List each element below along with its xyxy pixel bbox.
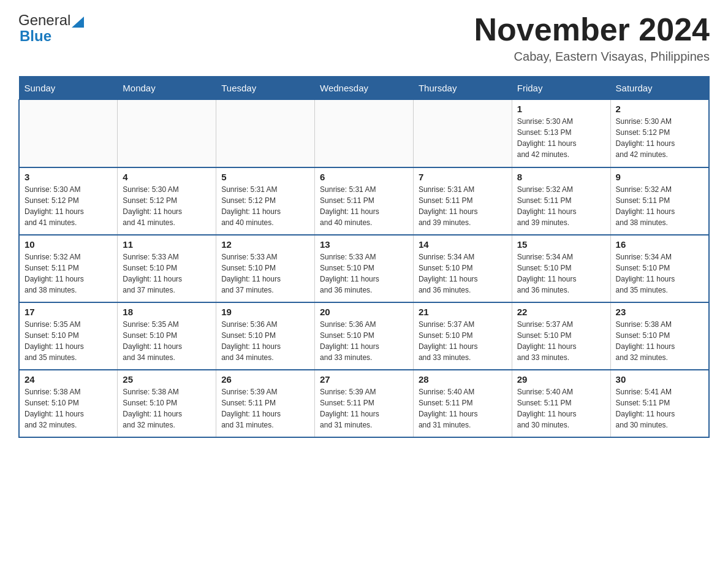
day-number: 20: [320, 307, 408, 317]
day-header-friday: Friday: [512, 77, 610, 100]
svg-marker-0: [72, 17, 84, 28]
table-row: 3Sunrise: 5:30 AM Sunset: 5:12 PM Daylig…: [19, 167, 118, 235]
table-row: 25Sunrise: 5:38 AM Sunset: 5:10 PM Dayli…: [118, 370, 216, 437]
day-number: 14: [419, 239, 507, 250]
day-header-sunday: Sunday: [19, 77, 118, 100]
day-info: Sunrise: 5:34 AM Sunset: 5:10 PM Dayligh…: [419, 251, 507, 296]
day-number: 22: [517, 307, 605, 317]
day-number: 9: [616, 172, 703, 182]
title-area: November 2024 Cabay, Eastern Visayas, Ph…: [474, 12, 710, 64]
day-info: Sunrise: 5:35 AM Sunset: 5:10 PM Dayligh…: [25, 319, 112, 363]
day-number: 24: [25, 374, 112, 385]
table-row: 7Sunrise: 5:31 AM Sunset: 5:11 PM Daylig…: [413, 167, 512, 235]
table-row: 6Sunrise: 5:31 AM Sunset: 5:11 PM Daylig…: [315, 167, 414, 235]
table-row: 29Sunrise: 5:40 AM Sunset: 5:11 PM Dayli…: [512, 370, 610, 437]
day-info: Sunrise: 5:35 AM Sunset: 5:10 PM Dayligh…: [123, 319, 211, 363]
table-row: 20Sunrise: 5:36 AM Sunset: 5:10 PM Dayli…: [315, 302, 414, 370]
day-number: 29: [517, 374, 605, 385]
day-number: 23: [616, 307, 703, 317]
day-info: Sunrise: 5:32 AM Sunset: 5:11 PM Dayligh…: [517, 184, 605, 228]
table-row: 18Sunrise: 5:35 AM Sunset: 5:10 PM Dayli…: [118, 302, 216, 370]
table-row: 17Sunrise: 5:35 AM Sunset: 5:10 PM Dayli…: [19, 302, 118, 370]
table-row: 23Sunrise: 5:38 AM Sunset: 5:10 PM Dayli…: [610, 302, 709, 370]
table-row: 21Sunrise: 5:37 AM Sunset: 5:10 PM Dayli…: [413, 302, 512, 370]
day-info: Sunrise: 5:39 AM Sunset: 5:11 PM Dayligh…: [221, 386, 309, 431]
table-row: 13Sunrise: 5:33 AM Sunset: 5:10 PM Dayli…: [315, 235, 414, 302]
table-row: 24Sunrise: 5:38 AM Sunset: 5:10 PM Dayli…: [19, 370, 118, 437]
day-header-tuesday: Tuesday: [216, 77, 315, 100]
table-row: 9Sunrise: 5:32 AM Sunset: 5:11 PM Daylig…: [610, 167, 709, 235]
day-number: 25: [123, 374, 211, 385]
logo-general-text: General: [18, 12, 70, 28]
day-number: 12: [221, 239, 309, 250]
day-number: 11: [123, 239, 211, 250]
day-info: Sunrise: 5:33 AM Sunset: 5:10 PM Dayligh…: [221, 251, 309, 296]
day-number: 7: [419, 172, 507, 182]
day-info: Sunrise: 5:33 AM Sunset: 5:10 PM Dayligh…: [123, 251, 211, 296]
table-row: [118, 100, 216, 167]
table-row: [315, 100, 414, 167]
day-number: 19: [221, 307, 309, 317]
calendar-week-row: 1Sunrise: 5:30 AM Sunset: 5:13 PM Daylig…: [19, 100, 709, 167]
page-header: General Blue November 2024 Cabay, Easter…: [18, 12, 710, 64]
day-info: Sunrise: 5:30 AM Sunset: 5:12 PM Dayligh…: [616, 116, 703, 160]
table-row: 16Sunrise: 5:34 AM Sunset: 5:10 PM Dayli…: [610, 235, 709, 302]
day-info: Sunrise: 5:37 AM Sunset: 5:10 PM Dayligh…: [517, 319, 605, 363]
day-info: Sunrise: 5:30 AM Sunset: 5:12 PM Dayligh…: [123, 184, 211, 228]
calendar-week-row: 10Sunrise: 5:32 AM Sunset: 5:11 PM Dayli…: [19, 235, 709, 302]
table-row: 5Sunrise: 5:31 AM Sunset: 5:12 PM Daylig…: [216, 167, 315, 235]
day-info: Sunrise: 5:37 AM Sunset: 5:10 PM Dayligh…: [419, 319, 507, 363]
table-row: 12Sunrise: 5:33 AM Sunset: 5:10 PM Dayli…: [216, 235, 315, 302]
day-number: 10: [25, 239, 112, 250]
logo-triangle-icon: [72, 14, 84, 28]
day-number: 5: [221, 172, 309, 182]
table-row: 22Sunrise: 5:37 AM Sunset: 5:10 PM Dayli…: [512, 302, 610, 370]
day-info: Sunrise: 5:34 AM Sunset: 5:10 PM Dayligh…: [517, 251, 605, 296]
day-number: 18: [123, 307, 211, 317]
day-info: Sunrise: 5:32 AM Sunset: 5:11 PM Dayligh…: [616, 184, 703, 228]
table-row: [19, 100, 118, 167]
table-row: 15Sunrise: 5:34 AM Sunset: 5:10 PM Dayli…: [512, 235, 610, 302]
day-info: Sunrise: 5:38 AM Sunset: 5:10 PM Dayligh…: [616, 319, 703, 363]
day-info: Sunrise: 5:39 AM Sunset: 5:11 PM Dayligh…: [320, 386, 408, 431]
table-row: [216, 100, 315, 167]
calendar-week-row: 17Sunrise: 5:35 AM Sunset: 5:10 PM Dayli…: [19, 302, 709, 370]
day-info: Sunrise: 5:32 AM Sunset: 5:11 PM Dayligh…: [25, 251, 112, 296]
day-info: Sunrise: 5:34 AM Sunset: 5:10 PM Dayligh…: [616, 251, 703, 296]
page-title: November 2024: [474, 12, 710, 47]
day-number: 3: [25, 172, 112, 182]
day-info: Sunrise: 5:36 AM Sunset: 5:10 PM Dayligh…: [320, 319, 408, 363]
table-row: 4Sunrise: 5:30 AM Sunset: 5:12 PM Daylig…: [118, 167, 216, 235]
day-number: 2: [616, 104, 703, 114]
day-info: Sunrise: 5:31 AM Sunset: 5:11 PM Dayligh…: [419, 184, 507, 228]
table-row: 11Sunrise: 5:33 AM Sunset: 5:10 PM Dayli…: [118, 235, 216, 302]
day-number: 30: [616, 374, 703, 385]
day-info: Sunrise: 5:38 AM Sunset: 5:10 PM Dayligh…: [123, 386, 211, 431]
table-row: 28Sunrise: 5:40 AM Sunset: 5:11 PM Dayli…: [413, 370, 512, 437]
day-info: Sunrise: 5:38 AM Sunset: 5:10 PM Dayligh…: [25, 386, 112, 431]
day-number: 6: [320, 172, 408, 182]
day-info: Sunrise: 5:40 AM Sunset: 5:11 PM Dayligh…: [517, 386, 605, 431]
day-number: 8: [517, 172, 605, 182]
logo-blue-text: Blue: [20, 28, 84, 44]
day-number: 4: [123, 172, 211, 182]
day-info: Sunrise: 5:33 AM Sunset: 5:10 PM Dayligh…: [320, 251, 408, 296]
day-info: Sunrise: 5:31 AM Sunset: 5:12 PM Dayligh…: [221, 184, 309, 228]
table-row: 27Sunrise: 5:39 AM Sunset: 5:11 PM Dayli…: [315, 370, 414, 437]
day-header-monday: Monday: [118, 77, 216, 100]
table-row: 14Sunrise: 5:34 AM Sunset: 5:10 PM Dayli…: [413, 235, 512, 302]
table-row: [413, 100, 512, 167]
day-number: 1: [517, 104, 605, 114]
day-info: Sunrise: 5:36 AM Sunset: 5:10 PM Dayligh…: [221, 319, 309, 363]
day-header-wednesday: Wednesday: [315, 77, 414, 100]
page-subtitle: Cabay, Eastern Visayas, Philippines: [474, 50, 710, 64]
table-row: 26Sunrise: 5:39 AM Sunset: 5:11 PM Dayli…: [216, 370, 315, 437]
day-info: Sunrise: 5:30 AM Sunset: 5:12 PM Dayligh…: [25, 184, 112, 228]
table-row: 10Sunrise: 5:32 AM Sunset: 5:11 PM Dayli…: [19, 235, 118, 302]
day-info: Sunrise: 5:41 AM Sunset: 5:11 PM Dayligh…: [616, 386, 703, 431]
table-row: 8Sunrise: 5:32 AM Sunset: 5:11 PM Daylig…: [512, 167, 610, 235]
table-row: 2Sunrise: 5:30 AM Sunset: 5:12 PM Daylig…: [610, 100, 709, 167]
day-header-saturday: Saturday: [610, 77, 709, 100]
day-number: 17: [25, 307, 112, 317]
day-number: 13: [320, 239, 408, 250]
